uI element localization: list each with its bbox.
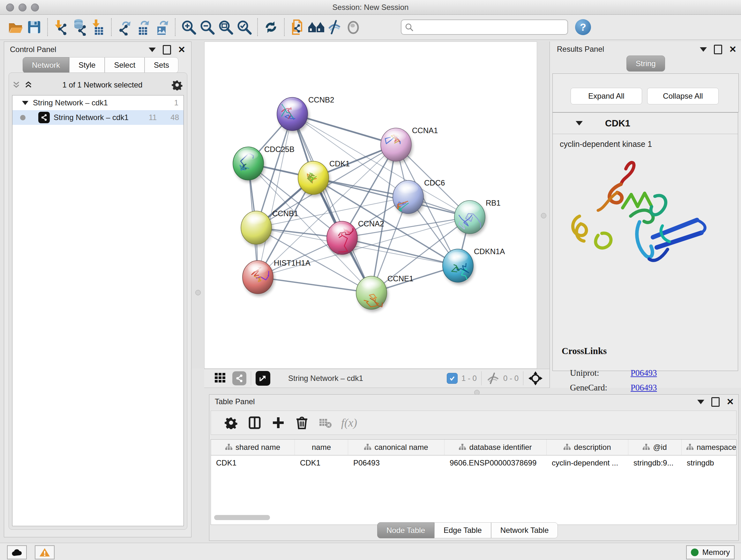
zoom-fit-icon[interactable] [216, 18, 235, 37]
collapse-all-chevron-icon[interactable] [11, 81, 21, 89]
horizontal-scrollbar[interactable] [214, 515, 270, 520]
table-cell[interactable]: stringdb [682, 458, 737, 468]
column-header-namespace[interactable]: namespace [682, 440, 737, 455]
refresh-icon[interactable] [262, 18, 280, 37]
zoom-selected-icon[interactable] [235, 18, 253, 37]
collapse-all-button[interactable]: Collapse All [647, 88, 719, 105]
table-header-row[interactable]: shared namenamecanonical namedatabase id… [211, 440, 736, 455]
network-node-CDC6[interactable] [393, 180, 425, 216]
delete-column-icon[interactable] [290, 414, 314, 432]
panel-collapse-icon[interactable] [700, 47, 707, 52]
hide-selected-icon[interactable] [326, 18, 344, 37]
tab-edge-table[interactable]: Edge Table [434, 522, 491, 538]
panel-close-icon[interactable]: ✕ [178, 46, 185, 54]
column-header-description[interactable]: description [547, 440, 628, 455]
network-collection-row[interactable]: String Network – cdk1 1 [12, 96, 184, 110]
network-node-CDKN1A[interactable] [443, 249, 475, 285]
add-column-icon[interactable] [266, 414, 290, 432]
tab-select[interactable]: Select [105, 57, 145, 73]
delete-table-icon-disabled [314, 414, 337, 432]
left-splitter[interactable] [192, 42, 204, 369]
panel-float-icon[interactable] [163, 45, 171, 55]
node-label: CCNE1 [387, 274, 413, 283]
network-node-CDC25B[interactable] [233, 147, 265, 182]
table-row[interactable]: CDK1CDK1P064939606.ENSP00000378699cyclin… [211, 455, 736, 470]
tab-network-table[interactable]: Network Table [491, 522, 558, 538]
clone-network-icon[interactable] [288, 18, 307, 37]
zoom-in-icon[interactable] [179, 18, 198, 37]
column-header-name[interactable]: name [295, 440, 348, 455]
gene-expander-icon[interactable] [576, 121, 583, 125]
crosslink-value-link[interactable]: P06493 [630, 383, 657, 393]
open-session-icon[interactable] [6, 18, 25, 37]
tab-node-table[interactable]: Node Table [377, 522, 434, 538]
import-network-from-database-icon[interactable] [70, 18, 89, 37]
show-eye-icon[interactable] [344, 18, 362, 37]
table-cell[interactable]: P06493 [348, 458, 445, 468]
network-node-CCNB2[interactable] [277, 98, 309, 133]
search-input[interactable] [414, 23, 564, 32]
string-overlay-icon[interactable] [232, 371, 246, 385]
zoom-out-icon[interactable] [198, 18, 216, 37]
gene-header-row[interactable]: CDK1 [553, 113, 738, 134]
gear-icon[interactable] [172, 79, 183, 90]
grid-view-icon[interactable] [214, 371, 226, 385]
panel-close-icon[interactable]: ✕ [727, 398, 734, 406]
tree-expander-icon[interactable] [22, 101, 28, 105]
panel-float-icon[interactable] [711, 397, 720, 407]
cloud-status-button[interactable] [7, 545, 27, 559]
table-cell[interactable]: 9606.ENSP00000378699 [445, 458, 547, 468]
warning-status-button[interactable] [35, 545, 55, 559]
tab-string[interactable]: String [626, 56, 665, 71]
panel-collapse-icon[interactable] [149, 48, 156, 52]
search-field[interactable] [401, 19, 568, 35]
expand-all-button[interactable]: Expand All [570, 88, 642, 105]
table-cell[interactable]: stringdb:9... [628, 458, 682, 468]
network-node-CCNE1[interactable] [356, 276, 388, 312]
table-panel: Table Panel ✕ f(x) shared na [209, 394, 739, 541]
table-options-gear-icon[interactable] [219, 414, 243, 432]
memory-button[interactable]: Memory [686, 545, 735, 559]
table-cell[interactable]: CDK1 [295, 458, 348, 468]
column-header-canonical-name[interactable]: canonical name [348, 440, 445, 455]
expand-all-chevron-icon[interactable] [23, 81, 33, 89]
tab-sets[interactable]: Sets [145, 57, 179, 73]
network-edge[interactable] [258, 114, 292, 277]
show-column-icon[interactable] [243, 414, 266, 432]
export-image-icon[interactable] [152, 18, 171, 37]
tab-network[interactable]: Network [23, 57, 69, 73]
selected-checkbox-icon[interactable] [447, 373, 458, 384]
hidden-counts: 0 - 0 [503, 374, 519, 383]
node-table[interactable]: shared namenamecanonical namedatabase id… [211, 439, 737, 525]
network-node-CDK1[interactable] [298, 161, 330, 197]
network-node-RB1[interactable] [455, 200, 486, 236]
panel-collapse-icon[interactable] [697, 400, 704, 404]
export-network-icon[interactable] [116, 18, 134, 37]
network-node-count: 11 [149, 113, 157, 122]
column-header-@id[interactable]: @id [628, 440, 682, 455]
network-graph[interactable]: CCNB2CCNA1CDC25BCDK1CDC6RB1CCNB1CCNA2CDK… [205, 42, 537, 368]
save-session-icon[interactable] [25, 18, 44, 37]
network-canvas[interactable]: CCNB2CCNA1CDC25BCDK1CDC6RB1CCNB1CCNA2CDK… [204, 42, 537, 369]
export-table-icon[interactable] [134, 18, 152, 37]
network-edge[interactable] [258, 277, 372, 293]
column-header-shared-name[interactable]: shared name [211, 440, 295, 455]
network-node-CCNA1[interactable] [381, 128, 413, 164]
import-network-from-file-icon[interactable] [52, 18, 70, 37]
birds-eye-view-icon[interactable] [528, 371, 543, 386]
open-in-new-window-icon[interactable] [256, 371, 270, 386]
show-all-views-icon[interactable] [307, 18, 326, 37]
table-cell[interactable]: cyclin-dependent ... [547, 458, 628, 468]
network-row-selected[interactable]: String Network – cdk1 11 48 [12, 110, 184, 125]
tab-style[interactable]: Style [69, 57, 105, 73]
crosslink-value-link[interactable]: P06493 [630, 368, 657, 378]
panel-float-icon[interactable] [714, 45, 722, 54]
panel-close-icon[interactable]: ✕ [729, 46, 737, 53]
right-splitter[interactable] [537, 42, 549, 369]
application-window: Session: New Session [0, 0, 741, 560]
import-table-icon[interactable] [89, 18, 107, 37]
column-header-database-identifier[interactable]: database identifier [445, 440, 547, 455]
network-node-CCNA2[interactable] [327, 221, 359, 257]
table-cell[interactable]: CDK1 [211, 458, 295, 468]
help-icon[interactable]: ? [575, 19, 591, 35]
